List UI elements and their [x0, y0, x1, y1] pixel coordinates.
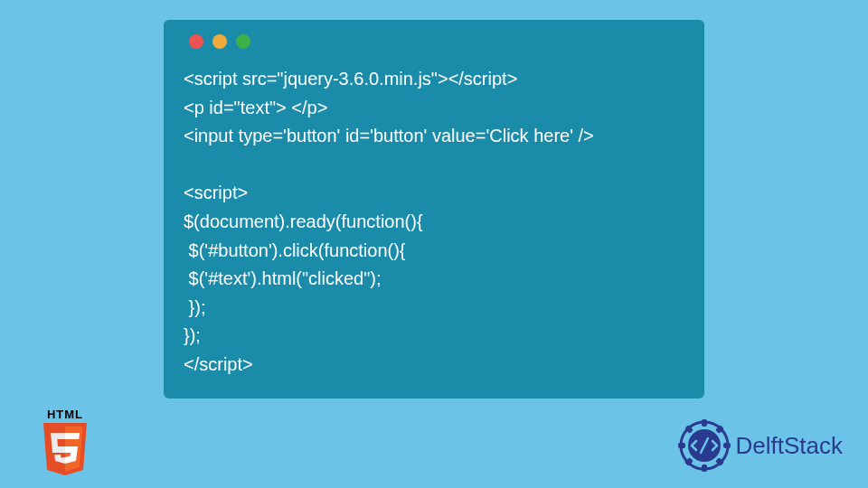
code-content: <script src="jquery-3.6.0.min.js"></scri…	[184, 65, 684, 380]
delftstack-gear-icon	[678, 419, 731, 472]
svg-rect-7	[702, 419, 707, 427]
minimize-icon	[212, 34, 227, 49]
code-window: <script src="jquery-3.6.0.min.js"></scri…	[164, 20, 704, 399]
close-icon	[189, 34, 203, 49]
html5-badge: HTML	[36, 408, 94, 477]
svg-rect-9	[678, 443, 685, 448]
svg-rect-8	[702, 465, 707, 472]
delftstack-logo: DelftStack	[678, 419, 844, 472]
svg-rect-10	[723, 443, 731, 448]
maximize-icon	[236, 34, 250, 49]
html5-label: HTML	[36, 408, 94, 421]
svg-marker-4	[65, 433, 80, 439]
html5-shield-icon	[40, 423, 90, 477]
delftstack-text: DelftStack	[736, 432, 844, 460]
traffic-lights	[189, 34, 684, 49]
